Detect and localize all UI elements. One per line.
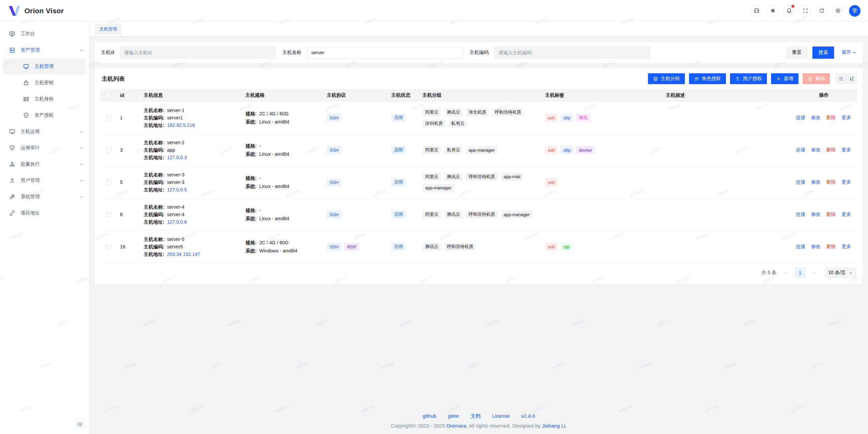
sidebar-item-audit[interactable]: 运维审计 xyxy=(0,140,89,156)
sidebar-item-label: 项目地址 xyxy=(21,210,84,216)
page-number-1[interactable]: 1 xyxy=(795,267,806,278)
copyright-link[interactable]: Jiahang Li. xyxy=(542,423,567,429)
sidebar-item-assets[interactable]: 资产管理 xyxy=(0,42,89,58)
trash-button[interactable]: 删除 xyxy=(803,73,830,84)
row-action-link[interactable]: 修改 xyxy=(811,179,821,185)
app-title: Orion Visor xyxy=(24,7,64,15)
search-input-1[interactable] xyxy=(120,46,276,59)
user-button[interactable]: 用户授权 xyxy=(730,73,767,84)
reset-button[interactable]: 重置 xyxy=(786,46,808,59)
sidebar-item-host[interactable]: 主机管理 xyxy=(3,58,86,75)
host-address-link[interactable]: 127.0.0.3 xyxy=(167,154,187,161)
footer-link[interactable]: v2.4.0 xyxy=(521,413,535,419)
row-action-link[interactable]: 连接 xyxy=(796,115,805,121)
row-action-link[interactable]: 更多 xyxy=(842,211,851,218)
header-code-button[interactable] xyxy=(751,5,762,17)
protocol-tags: SSH xyxy=(327,114,384,122)
cell-host-spec: 规格:-系统:Linux - amd64 xyxy=(242,202,323,227)
host-address-link[interactable]: 182.92.5.218 xyxy=(167,121,195,129)
header-settings-button[interactable] xyxy=(832,5,844,17)
group-button[interactable]: 主机分组 xyxy=(648,73,685,84)
host-address-link[interactable]: 203.34.152.147 xyxy=(167,250,200,258)
host-info-value: server5 xyxy=(167,243,183,250)
row-action-link[interactable]: 连接 xyxy=(796,147,805,153)
select-all-checkbox[interactable] xyxy=(106,93,111,98)
footer-link[interactable]: gitee xyxy=(448,413,459,419)
expand-toggle[interactable]: 展开 xyxy=(842,50,856,56)
tab-host-management[interactable]: 主机管理 xyxy=(95,24,121,35)
footer-link[interactable]: github xyxy=(422,413,436,419)
search-input-3[interactable] xyxy=(494,46,651,59)
row-action-link[interactable]: 更多 xyxy=(842,115,851,121)
header-theme-button[interactable] xyxy=(767,5,778,17)
sidebar-item-ops[interactable]: 主机运维 xyxy=(0,124,89,140)
header-fullscreen-button[interactable] xyxy=(800,5,811,17)
cell-host-info: 主机名称:server-5主机编码:server5主机地址:203.34.152… xyxy=(140,231,242,263)
host-address-link[interactable]: 127.0.0.6 xyxy=(167,218,187,226)
row-checkbox[interactable] xyxy=(106,115,111,120)
row-action-links: 连接修改删除更多 xyxy=(794,211,854,218)
row-action-delete[interactable]: 删除 xyxy=(826,147,836,153)
row-action-link[interactable]: 连接 xyxy=(796,179,805,185)
host-spec-label: 系统: xyxy=(245,118,257,126)
host-info-label: 主机编码: xyxy=(144,211,164,218)
host-info-label: 主机名称: xyxy=(144,235,164,243)
row-action-link[interactable]: 更多 xyxy=(842,179,851,185)
header-notifications-button[interactable] xyxy=(783,5,795,17)
plus-button[interactable]: 新增 xyxy=(771,73,798,84)
row-action-link[interactable]: 修改 xyxy=(811,211,821,218)
row-checkbox-cell xyxy=(100,240,117,254)
footer-link[interactable]: License xyxy=(492,413,510,419)
next-page-button[interactable] xyxy=(809,268,819,278)
row-checkbox[interactable] xyxy=(106,148,111,153)
row-action-link[interactable]: 修改 xyxy=(811,115,821,121)
copyright-link[interactable]: Dromara xyxy=(447,423,466,429)
protocol-tags: SSHRDP xyxy=(327,243,384,251)
host-info-line: 主机名称:server-4 xyxy=(144,203,239,211)
row-action-delete[interactable]: 删除 xyxy=(826,115,836,121)
sidebar-item-label: 工作台 xyxy=(21,31,84,37)
notification-badge-dot xyxy=(791,5,794,8)
user-avatar[interactable]: 管 xyxy=(849,5,861,17)
cell-groups: 阿里云腾讯云张北机房呼和浩特机房深圳机房私有云 xyxy=(419,103,542,132)
sidebar-item-key[interactable]: 主机密钥 xyxy=(3,75,86,91)
cell-protocols: SSH xyxy=(323,109,388,127)
host-tag: ssh xyxy=(545,146,557,154)
row-checkbox[interactable] xyxy=(106,244,111,249)
row-checkbox[interactable] xyxy=(106,212,111,217)
row-action-delete[interactable]: 删除 xyxy=(826,211,836,218)
row-action-delete[interactable]: 删除 xyxy=(826,244,836,250)
row-action-delete[interactable]: 删除 xyxy=(826,179,836,185)
search-button[interactable]: 搜索 xyxy=(812,46,834,59)
row-action-link[interactable]: 连接 xyxy=(796,244,805,250)
row-action-link[interactable]: 修改 xyxy=(811,244,821,250)
row-action-link[interactable]: 修改 xyxy=(811,147,821,153)
sidebar-collapse-button[interactable] xyxy=(75,419,85,429)
search-input-2[interactable] xyxy=(307,46,463,59)
role-button[interactable]: 角色授权 xyxy=(689,73,726,84)
row-action-links: 连接修改删除更多 xyxy=(794,244,854,250)
group-tags: 阿里云腾讯云张北机房呼和浩特机房深圳机房私有云 xyxy=(422,108,538,128)
sidebar-item-workbench[interactable]: 工作台 xyxy=(0,26,89,42)
protocol-tags: SSH xyxy=(327,146,384,154)
footer-link[interactable]: 文档 xyxy=(470,413,480,419)
table-density-button[interactable] xyxy=(835,73,846,84)
sidebar-item-link[interactable]: 项目地址 xyxy=(0,205,89,221)
table-sort-button[interactable] xyxy=(846,73,857,84)
sidebar-item-system[interactable]: 系统管理 xyxy=(0,189,89,205)
host-address-link[interactable]: 127.0.0.5 xyxy=(167,186,187,193)
row-action-link[interactable]: 连接 xyxy=(796,211,805,218)
page-size-select[interactable]: 10 条/页 xyxy=(825,267,856,278)
prev-page-button[interactable] xyxy=(781,268,791,278)
host-info-value: server1 xyxy=(167,114,183,121)
sidebar-item-grant[interactable]: 资产授权 xyxy=(3,107,86,124)
sidebar-item-batch[interactable]: 批量执行 xyxy=(0,156,89,172)
row-action-link[interactable]: 更多 xyxy=(842,147,851,153)
header-actions: 管 xyxy=(746,5,861,17)
header-refresh-button[interactable] xyxy=(816,5,827,17)
sidebar-item-identity[interactable]: 主机身份 xyxy=(3,91,86,107)
row-action-link[interactable]: 更多 xyxy=(842,244,851,250)
row-checkbox[interactable] xyxy=(106,180,111,185)
host-list-card: 主机列表 主机分组角色授权用户授权新增删除 id主机信息主机规格主机协议主机状态… xyxy=(95,69,863,284)
sidebar-item-users[interactable]: 用户管理 xyxy=(0,172,89,189)
